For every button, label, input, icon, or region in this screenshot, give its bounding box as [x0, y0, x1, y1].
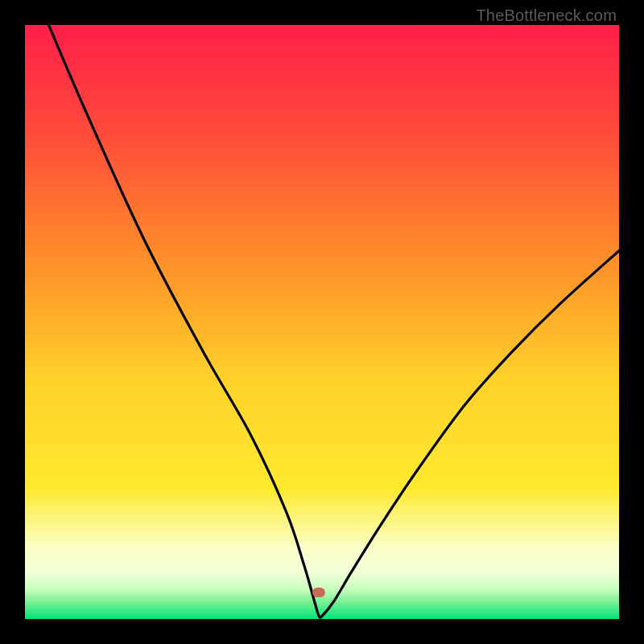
chart-frame: TheBottleneck.com — [0, 0, 644, 644]
attribution-text: TheBottleneck.com — [476, 6, 617, 25]
minimum-marker — [312, 588, 325, 597]
bottleneck-curve — [25, 25, 619, 619]
